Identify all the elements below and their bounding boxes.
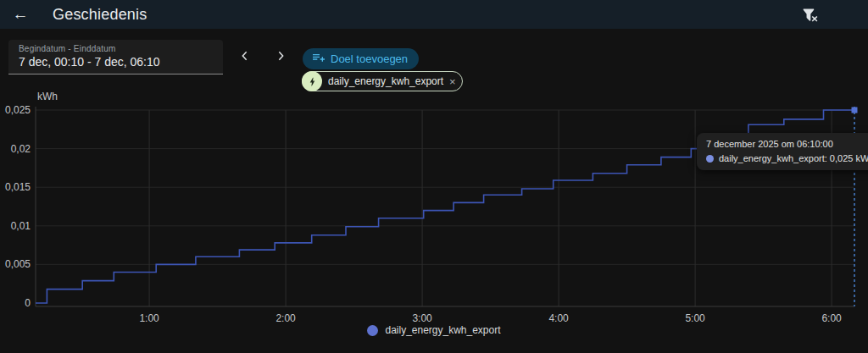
- svg-text:2:00: 2:00: [275, 312, 296, 324]
- svg-text:0,005: 0,005: [5, 258, 31, 270]
- svg-text:6:00: 6:00: [821, 312, 842, 324]
- chevron-left-icon: [238, 49, 252, 66]
- next-period-button[interactable]: [268, 47, 293, 69]
- add-goal-label: Doel toevoegen: [331, 52, 408, 65]
- app-bar: ← Geschiedenis: [0, 0, 868, 29]
- playlist-plus-icon: [311, 51, 325, 68]
- svg-text:1:00: 1:00: [139, 312, 159, 324]
- svg-text:0: 0: [25, 297, 31, 309]
- chart-tooltip: 7 december 2025 om 06:10:00 daily_energy…: [697, 133, 868, 170]
- previous-period-button[interactable]: [232, 47, 258, 69]
- svg-text:3:00: 3:00: [412, 312, 432, 324]
- history-chart[interactable]: 00,0050,010,0150,020,0251:002:003:004:00…: [0, 88, 868, 325]
- chart-area: 00,0050,010,0150,020,0251:002:003:004:00…: [0, 88, 868, 325]
- entity-chip-label: daily_energy_kwh_export: [322, 75, 449, 87]
- add-goal-button[interactable]: Doel toevoegen: [303, 48, 419, 69]
- date-range-label: Begindatum - Einddatum: [19, 44, 213, 53]
- chip-close-icon[interactable]: ×: [449, 76, 456, 87]
- svg-text:4:00: 4:00: [548, 312, 569, 324]
- svg-text:0,015: 0,015: [5, 181, 31, 193]
- back-button[interactable]: ←: [0, 5, 41, 24]
- svg-text:kWh: kWh: [37, 91, 58, 102]
- filter-remove-button[interactable]: [795, 2, 824, 27]
- svg-text:0,025: 0,025: [5, 104, 31, 116]
- date-range-value: 7 dec, 00:10 - 7 dec, 06:10: [19, 55, 213, 69]
- svg-text:0,02: 0,02: [11, 143, 31, 155]
- filter-remove-icon: [802, 7, 818, 23]
- chevron-right-icon: [274, 49, 287, 66]
- tooltip-date: 7 december 2025 om 06:10:00: [706, 139, 868, 149]
- date-range-field[interactable]: Begindatum - Einddatum 7 dec, 00:10 - 7 …: [8, 40, 223, 74]
- overflow-menu-button[interactable]: [832, 2, 861, 27]
- svg-text:0,01: 0,01: [11, 220, 31, 232]
- svg-text:5:00: 5:00: [685, 312, 705, 324]
- arrow-left-icon: ←: [13, 5, 29, 23]
- page-title: Geschiedenis: [53, 6, 147, 24]
- legend-dot-icon[interactable]: [367, 325, 378, 336]
- chart-legend: daily_energy_kwh_export: [0, 324, 868, 336]
- legend-label[interactable]: daily_energy_kwh_export: [385, 324, 500, 336]
- tooltip-series-value: daily_energy_kwh_export: 0,025 kWh: [719, 153, 868, 163]
- series-dot-icon: [706, 155, 714, 163]
